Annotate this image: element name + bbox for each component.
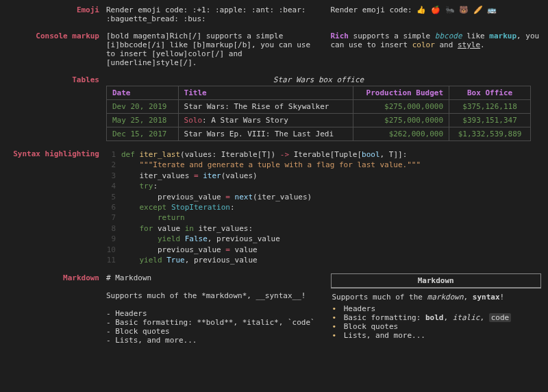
table-row: May 25, 2018Solo: A Star Wars Story$275,… [107, 114, 531, 127]
code-line: 9 yield False, previous_value [106, 234, 541, 244]
code-line: 6 except StopIteration: [106, 202, 541, 212]
console-section: Console markup [bold magenta]Rich[/] sup… [7, 32, 541, 67]
md-rendered-list: Headers Basic formatting: bold, italic, … [332, 304, 540, 340]
console-raw: [bold magenta]Rich[/] supports a simple … [106, 32, 317, 67]
console-rendered: Rich supports a simple bbcode like marku… [331, 32, 542, 67]
markdown-label: Markdown [7, 273, 106, 345]
bbcode-word: bbcode [435, 32, 462, 40]
emoji-section: Emoji Render emoji code: :+1: :apple: :a… [7, 5, 541, 23]
col-title: Title [178, 86, 353, 100]
list-item: Basic formatting: bold, italic, code [332, 313, 540, 322]
tables-section: Tables Star Wars box office Date Title P… [7, 75, 541, 141]
code-line: 8 for value in iter_values: [106, 223, 541, 234]
emoji-glyphs: 👍 🍎 🐜 🐻 🥖 🚌 [416, 5, 497, 14]
md-raw-item: - Headers [106, 309, 317, 318]
code-line: 7 return [106, 212, 541, 223]
code-line: 2 """Iterate and generate a tuple with a… [106, 160, 541, 170]
star-wars-table: Date Title Production Budget Box Office … [106, 86, 531, 141]
list-item: Block quotes [332, 322, 540, 331]
emoji-content: Render emoji code: :+1: :apple: :ant: :b… [106, 5, 541, 23]
rich-word: Rich [331, 32, 349, 40]
markup-word: markup [489, 32, 516, 40]
syntax-section: Syntax highlighting 1def iter_last(value… [7, 149, 541, 265]
emoji-rendered-prefix: Render emoji code: [331, 5, 417, 14]
code-line: 1def iter_last(values: Iterable[T]) -> I… [106, 149, 541, 160]
code-block: 1def iter_last(values: Iterable[T]) -> I… [106, 149, 541, 265]
color-word: color [412, 40, 435, 49]
code-line: 10 previous_value = value [106, 245, 541, 255]
md-raw-line: Supports much of the *markdown*, __synta… [106, 291, 317, 300]
col-budget: Production Budget [353, 86, 449, 100]
code-line: 5 previous_value = next(iter_values) [106, 192, 541, 202]
code-line: 4 try: [106, 181, 541, 191]
md-box-title: Markdown [332, 274, 541, 288]
tables-content: Star Wars box office Date Title Producti… [106, 75, 541, 141]
syntax-label: Syntax highlighting [7, 149, 106, 265]
code-line: 3 iter_values = iter(values) [106, 171, 541, 181]
list-item: Headers [332, 304, 540, 313]
markdown-raw: # Markdown Supports much of the *markdow… [106, 273, 317, 345]
md-rendered-line: Supports much of the markdown, syntax! [332, 293, 540, 302]
emoji-label: Emoji [7, 5, 106, 23]
emoji-rendered: Render emoji code: 👍 🍎 🐜 🐻 🥖 🚌 [331, 5, 542, 23]
table-row: Dec 15, 2017Star Wars Ep. VIII: The Last… [107, 127, 531, 141]
table-row: Dev 20, 2019Star Wars: The Rise of Skywa… [107, 100, 531, 114]
md-raw-item: - Basic formatting: **bold**, *italic*, … [106, 318, 317, 327]
console-content: [bold magenta]Rich[/] supports a simple … [106, 32, 541, 67]
markdown-box: Markdown [331, 273, 542, 289]
console-label: Console markup [7, 32, 106, 67]
markdown-section: Markdown # Markdown Supports much of the… [7, 273, 541, 345]
style-word: style [458, 40, 480, 49]
md-raw-heading: # Markdown [106, 273, 317, 282]
emoji-raw: Render emoji code: :+1: :apple: :ant: :b… [106, 5, 317, 23]
markdown-content: # Markdown Supports much of the *markdow… [106, 273, 541, 345]
code-line: 11 yield True, previous_value [106, 255, 541, 265]
markdown-rendered: Markdown Supports much of the markdown, … [331, 273, 542, 345]
tables-label: Tables [7, 75, 106, 141]
col-date: Date [107, 86, 179, 100]
md-raw-item: - Block quotes [106, 327, 317, 336]
table-title: Star Wars box office [106, 75, 531, 84]
list-item: Lists, and more... [332, 331, 540, 340]
col-box: Box Office [449, 86, 531, 100]
md-raw-item: - Lists, and more... [106, 336, 317, 345]
